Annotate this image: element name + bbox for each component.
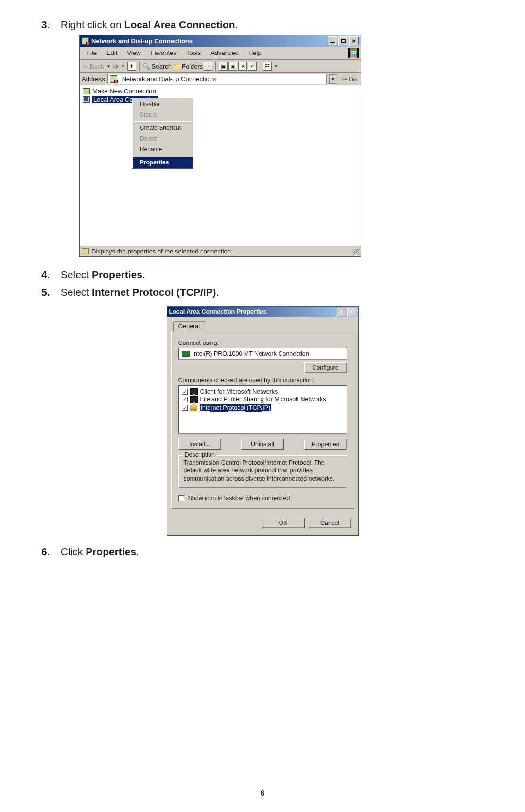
item-make-new-connection-label: Make New Connection xyxy=(92,88,156,95)
component-fileprint[interactable]: ✓ File and Printer Sharing for Microsoft… xyxy=(182,396,344,403)
item-local-area-connection[interactable]: Local Area Connection xyxy=(83,95,358,104)
maximize-button[interactable] xyxy=(338,36,348,45)
search-button[interactable]: Search xyxy=(152,63,172,70)
step-5: 5. Select Internet Protocol (TCP/IP). xyxy=(41,285,484,299)
back-dropdown-icon[interactable]: ▼ xyxy=(106,64,111,69)
step-4-pre: Select xyxy=(61,269,92,280)
minimize-button[interactable] xyxy=(328,36,337,45)
ctx-rename[interactable]: Rename xyxy=(133,144,192,155)
components-label: Components checked are used by this conn… xyxy=(178,377,347,384)
show-icon-row[interactable]: Show icon in taskbar when connected xyxy=(178,495,347,502)
up-folder-icon[interactable]: ⬆ xyxy=(127,62,136,71)
properties-button[interactable]: Properties xyxy=(304,439,347,450)
folders-button[interactable]: Folders xyxy=(182,63,203,70)
copy-to-icon[interactable]: ▣ xyxy=(228,62,237,71)
client-icon xyxy=(190,388,198,395)
win2-tabrow: General xyxy=(167,317,358,331)
menu-file[interactable]: File xyxy=(82,48,102,58)
step-4: 4. Select Properties. xyxy=(41,268,484,282)
description-group: Description Transmission Control Protoco… xyxy=(178,455,347,488)
ctx-properties[interactable]: Properties xyxy=(133,157,192,168)
back-button[interactable]: Back xyxy=(90,63,104,70)
address-icon xyxy=(110,75,117,83)
go-button[interactable]: ↪ Go xyxy=(340,75,359,83)
views-icon[interactable]: ☳ xyxy=(263,62,272,71)
menu-edit[interactable]: Edit xyxy=(102,48,122,58)
win1-toolbar: ⇦ Back ▼ ⇨ ▼ ⬆ 🔍Search 📁Folders 🕓 ▣ ▣ ✕ … xyxy=(80,59,361,72)
win1-address-bar: Address Network and Dial-up Connections … xyxy=(80,72,361,85)
menu-help[interactable]: Help xyxy=(244,48,266,58)
step-3-bold: Local Area Connection xyxy=(124,19,235,30)
menu-view[interactable]: View xyxy=(122,48,145,58)
back-arrow-icon: ⇦ xyxy=(83,62,88,70)
tab-general[interactable]: General xyxy=(173,321,205,331)
menu-favorites[interactable]: Favorites xyxy=(145,48,181,58)
win1-titlebar[interactable]: Network and Dial-up Connections × xyxy=(80,35,361,47)
win1-statusbar: Displays the properties of the selected … xyxy=(80,246,361,256)
checkbox-client[interactable]: ✓ xyxy=(182,389,188,395)
install-button[interactable]: Install... xyxy=(178,439,221,450)
win2-titlebar[interactable]: Local Area Connection Properties ? × xyxy=(167,307,358,317)
fileprint-icon xyxy=(190,396,198,403)
menu-advanced[interactable]: Advanced xyxy=(206,48,244,58)
delete-icon[interactable]: ✕ xyxy=(238,62,247,71)
close-button-dialog[interactable]: × xyxy=(347,308,356,316)
address-dropdown-icon[interactable]: ▼ xyxy=(329,74,337,84)
item-make-new-connection[interactable]: Make New Connection xyxy=(83,87,358,95)
step-4-post: . xyxy=(142,269,145,280)
adapter-name: Intel(R) PRO/1000 MT Network Connection xyxy=(192,350,309,357)
folders-icon: 📁 xyxy=(173,63,180,70)
configure-button[interactable]: Configure xyxy=(304,362,347,373)
step-3-post: . xyxy=(235,19,238,30)
step-6-pre: Click xyxy=(61,546,86,557)
component-client[interactable]: ✓ Client for Microsoft Networks xyxy=(182,388,344,396)
help-button[interactable]: ? xyxy=(337,308,346,316)
network-connections-window: Network and Dial-up Connections × File E… xyxy=(79,35,361,257)
address-input[interactable]: Network and Dial-up Connections xyxy=(107,74,327,84)
step-5-num: 5. xyxy=(41,285,58,299)
win1-title: Network and Dial-up Connections xyxy=(91,37,192,45)
history-icon[interactable]: 🕓 xyxy=(204,62,212,71)
components-listbox[interactable]: ✓ Client for Microsoft Networks ✓ File a… xyxy=(178,385,347,434)
step-4-num: 4. xyxy=(41,268,58,282)
component-tcpip-label: Internet Protocol (TCP/IP) xyxy=(199,404,272,412)
step-6-bold: Properties xyxy=(86,546,136,557)
uninstall-button[interactable]: Uninstall xyxy=(241,439,284,450)
page-number: 6 xyxy=(0,789,525,798)
lac-properties-dialog: Local Area Connection Properties ? × Gen… xyxy=(167,306,359,536)
win1-content-area[interactable]: Make New Connection Local Area Connectio… xyxy=(80,85,361,246)
close-button[interactable]: × xyxy=(349,36,359,45)
status-text: Displays the properties of the selected … xyxy=(91,248,233,255)
ctx-shortcut[interactable]: Create Shortcut xyxy=(133,123,192,133)
resize-grip-icon[interactable] xyxy=(353,249,360,255)
move-to-icon[interactable]: ▣ xyxy=(219,62,228,71)
step-4-bold: Properties xyxy=(92,269,142,280)
step-5-post: . xyxy=(216,287,219,298)
go-label: Go xyxy=(349,75,357,83)
ctx-delete: Delete xyxy=(133,133,192,144)
component-tcpip[interactable]: ✓ Internet Protocol (TCP/IP) xyxy=(182,403,344,412)
status-icon xyxy=(82,248,89,254)
description-text: Transmission Control Protocol/Internet P… xyxy=(184,459,342,483)
network-adapter-icon xyxy=(182,351,190,357)
undo-icon[interactable]: ↶ xyxy=(248,62,257,71)
cancel-button[interactable]: Cancel xyxy=(309,518,351,528)
forward-dropdown-icon[interactable]: ▼ xyxy=(121,64,125,69)
win1-menubar: File Edit View Favorites Tools Advanced … xyxy=(80,47,361,59)
local-area-connection-icon xyxy=(83,96,90,103)
checkbox-fileprint[interactable]: ✓ xyxy=(182,397,188,402)
menu-tools[interactable]: Tools xyxy=(181,48,206,58)
step-3-pre: Right click on xyxy=(61,19,124,30)
ok-button[interactable]: OK xyxy=(262,518,305,528)
win2-footer: OK Cancel xyxy=(167,513,358,535)
description-legend: Description xyxy=(183,451,217,458)
ctx-separator-2 xyxy=(134,156,192,156)
views-dropdown-icon[interactable]: ▼ xyxy=(274,64,278,69)
step-5-pre: Select xyxy=(61,287,92,298)
component-client-label: Client for Microsoft Networks xyxy=(200,388,278,395)
checkbox-show-icon[interactable] xyxy=(178,495,184,501)
forward-arrow-icon[interactable]: ⇨ xyxy=(113,62,119,70)
network-folder-icon xyxy=(82,37,89,45)
checkbox-tcpip[interactable]: ✓ xyxy=(182,405,188,411)
ctx-disable[interactable]: Disable xyxy=(133,99,192,109)
